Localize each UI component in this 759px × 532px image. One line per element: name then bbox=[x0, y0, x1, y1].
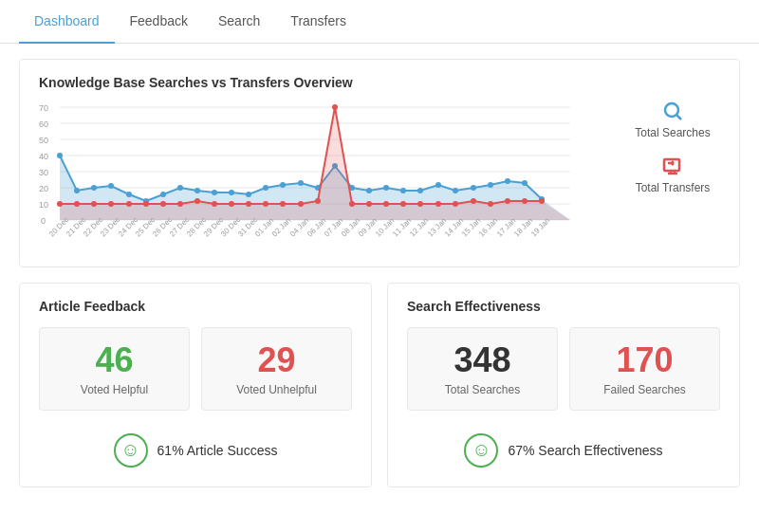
svg-line-53 bbox=[672, 163, 674, 165]
blue-dot bbox=[229, 190, 234, 195]
blue-dot bbox=[417, 188, 423, 193]
svg-text:30: 30 bbox=[39, 168, 48, 177]
red-dot bbox=[383, 201, 389, 207]
svg-line-46 bbox=[677, 116, 682, 120]
svg-text:40: 40 bbox=[39, 152, 48, 161]
red-dot bbox=[74, 201, 80, 207]
article-success-smiley: ☺ bbox=[114, 433, 148, 468]
red-dot bbox=[349, 201, 355, 207]
voted-helpful-label: Voted Helpful bbox=[53, 383, 176, 396]
article-feedback-panel: Article Feedback 46 Voted Helpful 29 Vot… bbox=[19, 283, 372, 487]
article-success-row: ☺ 61% Article Success bbox=[39, 424, 352, 471]
red-dot bbox=[435, 201, 441, 207]
transfer-icon bbox=[661, 155, 684, 177]
red-dot bbox=[298, 201, 304, 207]
legend-total-transfers-label: Total Transfers bbox=[636, 181, 711, 194]
failed-searches-label: Failed Searches bbox=[583, 383, 706, 396]
search-effectiveness-label: 67% Search Effectiveness bbox=[508, 443, 662, 458]
tab-bar: Dashboard Feedback Search Transfers bbox=[0, 0, 759, 44]
red-dot bbox=[263, 201, 268, 207]
voted-helpful-box: 46 Voted Helpful bbox=[39, 327, 190, 411]
svg-point-45 bbox=[665, 103, 678, 117]
blue-dot bbox=[280, 182, 286, 188]
feedback-stats-row: 46 Voted Helpful 29 Voted Unhelpful bbox=[39, 327, 352, 411]
article-feedback-title: Article Feedback bbox=[39, 299, 352, 314]
blue-dot bbox=[505, 178, 510, 184]
red-dot bbox=[417, 201, 423, 207]
blue-dot bbox=[126, 192, 132, 197]
red-dot bbox=[126, 201, 132, 207]
blue-dot bbox=[57, 153, 63, 158]
red-dot bbox=[539, 198, 545, 204]
chart-area: 70 60 50 40 30 20 10 0 bbox=[39, 100, 606, 251]
chart-wrapper: 70 60 50 40 30 20 10 0 bbox=[39, 100, 720, 251]
voted-unhelpful-number: 29 bbox=[215, 341, 338, 379]
search-effectiveness-smiley: ☺ bbox=[464, 433, 498, 468]
svg-text:10: 10 bbox=[39, 200, 48, 210]
line-chart: 70 60 50 40 30 20 10 0 bbox=[39, 100, 589, 251]
red-dot bbox=[194, 198, 200, 204]
total-searches-label: Total Searches bbox=[421, 383, 544, 396]
svg-text:20: 20 bbox=[39, 184, 48, 193]
search-effectiveness-title: Search Effectiveness bbox=[407, 299, 720, 314]
blue-dot bbox=[400, 188, 406, 193]
search-icon bbox=[661, 100, 684, 122]
red-dot bbox=[246, 201, 251, 207]
red-dot bbox=[400, 201, 406, 207]
red-dot bbox=[212, 201, 217, 207]
blue-dot bbox=[522, 180, 528, 186]
tab-feedback[interactable]: Feedback bbox=[115, 0, 203, 44]
red-dot bbox=[488, 201, 493, 207]
red-dot bbox=[471, 198, 476, 204]
red-dot bbox=[91, 201, 97, 207]
blue-dot bbox=[160, 192, 166, 197]
failed-searches-box: 170 Failed Searches bbox=[569, 327, 720, 411]
voted-unhelpful-label: Voted Unhelpful bbox=[215, 383, 338, 396]
tab-search[interactable]: Search bbox=[203, 0, 275, 44]
svg-text:60: 60 bbox=[39, 119, 48, 129]
chart-title: Knowledge Base Searches vs Transfers Ove… bbox=[39, 75, 720, 90]
blue-dot bbox=[91, 185, 97, 191]
article-success-label: 61% Article Success bbox=[157, 443, 278, 458]
red-dot bbox=[505, 198, 510, 204]
red-dot bbox=[366, 201, 372, 207]
legend-total-searches: Total Searches bbox=[625, 100, 720, 139]
blue-dot bbox=[194, 188, 200, 193]
red-dot bbox=[160, 201, 166, 207]
blue-dot bbox=[366, 188, 372, 193]
blue-dot bbox=[298, 180, 304, 186]
legend-total-searches-label: Total Searches bbox=[635, 126, 710, 139]
red-dot bbox=[315, 198, 321, 204]
blue-dot bbox=[108, 183, 114, 189]
legend-total-transfers: Total Transfers bbox=[625, 155, 720, 194]
tab-transfers[interactable]: Transfers bbox=[275, 0, 361, 44]
red-dot bbox=[108, 201, 114, 207]
red-dot bbox=[143, 201, 149, 207]
tab-dashboard[interactable]: Dashboard bbox=[19, 0, 115, 44]
svg-text:50: 50 bbox=[39, 136, 48, 145]
red-dot bbox=[57, 201, 63, 207]
blue-dot bbox=[177, 185, 183, 191]
blue-dot bbox=[435, 182, 441, 188]
voted-unhelpful-box: 29 Voted Unhelpful bbox=[201, 327, 352, 411]
bottom-panels: Article Feedback 46 Voted Helpful 29 Vot… bbox=[19, 283, 740, 487]
blue-dot bbox=[453, 188, 458, 193]
blue-dot bbox=[471, 185, 476, 191]
red-dot bbox=[177, 201, 183, 207]
red-dot bbox=[229, 201, 234, 207]
blue-dot bbox=[383, 185, 389, 191]
blue-dot bbox=[212, 190, 217, 195]
red-dot bbox=[280, 201, 286, 207]
main-content: Knowledge Base Searches vs Transfers Ove… bbox=[0, 44, 759, 503]
search-effectiveness-row: ☺ 67% Search Effectiveness bbox=[407, 424, 720, 471]
blue-dot bbox=[74, 188, 80, 193]
voted-helpful-number: 46 bbox=[53, 341, 176, 379]
blue-dot bbox=[488, 182, 493, 188]
svg-text:0: 0 bbox=[41, 216, 46, 226]
red-dot bbox=[522, 198, 528, 204]
blue-dot bbox=[263, 185, 268, 191]
chart-legend: Total Searches bbox=[606, 100, 720, 194]
search-effectiveness-panel: Search Effectiveness 348 Total Searches … bbox=[387, 283, 740, 487]
svg-text:70: 70 bbox=[39, 103, 48, 113]
total-searches-number: 348 bbox=[421, 341, 544, 379]
